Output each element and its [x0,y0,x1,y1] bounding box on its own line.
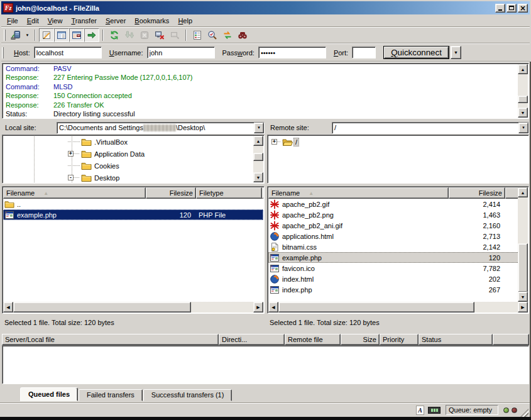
scroll-left-icon[interactable]: ◀ [268,302,278,312]
file-row-favicon-ico[interactable]: favicon.ico7,782 [268,263,528,274]
quickconnect-dropdown-button[interactable]: ▼ [451,46,461,59]
queue-column-directi-[interactable]: Directi... [219,334,285,345]
scrollbar-thumb[interactable] [518,243,528,292]
tree-item-desktop[interactable]: Desktop [3,172,253,182]
local-path-value[interactable]: C:\Documents and Settings\Desktop\ [57,123,254,133]
directory-comparison-button[interactable] [205,28,220,42]
scroll-right-icon[interactable]: ▶ [253,302,263,312]
file-row--[interactable]: .. [3,199,263,209]
host-input[interactable] [34,47,102,58]
resize-grip[interactable] [520,409,528,417]
scroll-down-icon[interactable]: ▼ [518,108,528,118]
synchronized-browsing-button[interactable] [220,28,235,42]
minimize-button[interactable] [495,4,505,13]
toolbar-grip[interactable] [2,47,4,58]
scroll-down-icon[interactable]: ▼ [253,172,263,182]
column-header-filetype[interactable]: Filetype [196,187,262,199]
scroll-up-icon[interactable]: ▲ [253,136,263,146]
tab-successful-transfers-1-[interactable]: Successful transfers (1) [143,389,233,401]
file-row-bitnami-css[interactable]: bitnami.css2,142 [268,241,528,252]
toggle-remote-tree-button[interactable] [69,28,84,42]
quickconnect-button[interactable]: Quickconnect [383,46,449,59]
tab-failed-transfers[interactable]: Failed transfers [79,389,143,401]
tree-item--virtualbox[interactable]: .VirtualBox [3,136,253,148]
refresh-button[interactable] [107,28,122,42]
menu-item-help[interactable]: Help [173,16,197,26]
column-header-l[interactable]: L [262,187,263,199]
close-button[interactable]: × [518,4,528,13]
menu-item-file[interactable]: File [3,16,23,26]
column-header-filename[interactable]: Filename▲ [268,187,449,199]
queue-column-priority[interactable]: Priority [380,334,419,345]
site-manager-button-dropdown[interactable]: ▼ [23,28,31,42]
column-header-filesize[interactable]: Filesize [449,187,505,199]
remote-path-value[interactable]: / [332,123,518,133]
disconnect-button[interactable] [152,28,167,42]
scroll-left-icon[interactable]: ◀ [3,302,13,312]
username-input[interactable] [147,47,215,58]
scroll-up-icon[interactable]: ▲ [518,64,528,74]
cancel-operation-button[interactable] [137,28,152,42]
menu-item-view[interactable]: View [43,16,67,26]
scroll-up-icon[interactable]: ▲ [518,187,528,197]
titlebar[interactable]: Fz john@localhost - FileZilla × [1,1,530,14]
tab-queued-files[interactable]: Queued files [20,387,78,401]
expand-icon[interactable] [68,151,74,157]
local-list-hscrollbar[interactable]: ◀ ▶ [3,302,263,312]
toggle-transfer-queue-button[interactable] [84,28,99,42]
find-files-button[interactable] [235,28,250,42]
password-input[interactable] [258,47,326,58]
winapp-file-icon [270,253,280,263]
local-site-dropdown-button[interactable]: ▼ [254,123,264,133]
column-header-filesize[interactable]: Filesize [146,187,196,199]
file-row-index-html[interactable]: index.html202 [268,274,528,284]
scroll-right-icon[interactable]: ▶ [518,302,528,312]
process-queue-button[interactable] [122,28,137,42]
file-row-applications-html[interactable]: applications.html2,713 [268,231,528,241]
toolbar-grip[interactable] [4,30,6,41]
queue-column-server-local-file[interactable]: Server/Local file [2,334,219,345]
message-log-scrollbar[interactable]: ▲ ▼ [518,64,528,118]
remote-list-hscrollbar[interactable]: ◀ ▶ [268,302,528,312]
menu-item-server[interactable]: Server [101,16,130,26]
file-row-example-php[interactable]: example.php120PHP File1 [3,209,263,220]
menu-item-bookmarks[interactable]: Bookmarks [130,16,173,26]
file-row-apache-pb2-gif[interactable]: apache_pb2.gif2,414 [268,199,528,209]
queue-column-size[interactable]: Size [341,334,380,345]
local-site-combo[interactable]: C:\Documents and Settings\Desktop\ ▼ [57,122,265,134]
file-row-apache-pb2-ani-gif[interactable]: apache_pb2_ani.gif2,160 [268,220,528,231]
scrollbar-thumb[interactable] [13,302,191,312]
tree-item-cookies[interactable]: Cookies [3,160,253,172]
remote-tree: / [267,135,529,184]
scrollbar-thumb[interactable] [518,96,528,103]
local-tree-scrollbar[interactable]: ▲ ▼ [253,136,263,182]
scroll-down-icon[interactable]: ▼ [518,292,528,302]
remote-site-dropdown-button[interactable]: ▼ [518,123,528,133]
maximize-button[interactable] [506,4,517,13]
menu-item-edit[interactable]: Edit [23,16,43,26]
queue-column-remote-file[interactable]: Remote file [285,334,341,345]
remote-site-combo[interactable]: / ▼ [332,122,529,134]
remote-list-vscrollbar[interactable]: ▲ ▼ [518,187,528,302]
directory-listing-filters-button[interactable] [190,28,205,42]
log-line: Response:226 Transfer OK [6,101,518,110]
reconnect-button[interactable] [167,28,182,42]
collapse-icon[interactable] [68,175,74,180]
local-status-text: Selected 1 file. Total size: 120 bytes [2,316,265,329]
tree-item-root[interactable]: / [268,136,528,148]
column-header-filename[interactable]: Filename▲ [3,187,146,199]
queue-column-status[interactable]: Status [419,334,493,345]
menu-item-transfer[interactable]: Transfer [67,16,101,26]
file-row-index-php[interactable]: index.php267 [268,284,528,295]
site-manager-button[interactable] [8,28,23,42]
scrollbar-thumb[interactable] [278,302,474,312]
toggle-local-tree-button[interactable] [54,28,69,42]
toggle-message-log-button[interactable] [39,28,54,42]
port-input[interactable] [352,47,376,58]
tree-item-application-data[interactable]: Application Data [3,148,253,160]
expand-icon[interactable] [271,139,277,145]
queue-column-blank[interactable] [493,334,529,345]
file-row-example-php[interactable]: example.php120 [268,252,528,263]
scrollbar-thumb[interactable] [253,153,263,161]
file-row-apache-pb2-png[interactable]: apache_pb2.png1,463 [268,209,528,220]
